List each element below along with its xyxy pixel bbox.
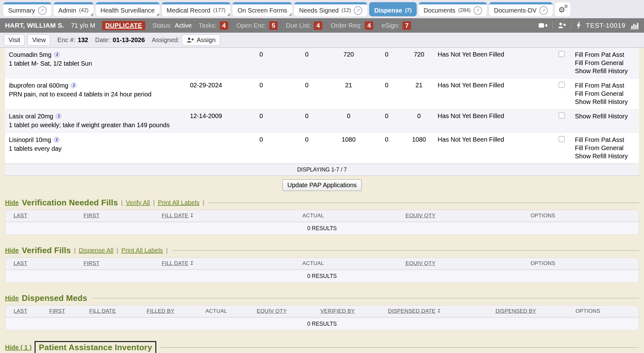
hide-link[interactable]: Hide ( 1 ) xyxy=(5,344,31,351)
info-icon[interactable]: i xyxy=(71,83,76,88)
counter-tasks: Tasks:4 xyxy=(199,21,228,30)
qty-cell: 21 xyxy=(327,81,370,89)
tab-medical-record[interactable]: Medical Record(177) xyxy=(162,2,231,16)
tab-admin[interactable]: Admin(42) xyxy=(53,2,94,16)
column-options: OPTIONS xyxy=(575,308,639,314)
medications-table: Coumadin 5mgi1 tablet M- Sat, 1/2 tablet… xyxy=(5,48,639,176)
column-label[interactable]: LAST xyxy=(14,260,27,266)
hide-link[interactable]: Hide xyxy=(5,247,19,254)
column-options: OPTIONS xyxy=(530,213,639,219)
column-label[interactable]: VERIFIED BY xyxy=(320,308,355,314)
tab-documents-dv[interactable]: Documents-DV↗ xyxy=(489,2,553,16)
results-row: 0 RESULTS xyxy=(5,270,639,282)
update-pap-applications-button[interactable]: Update PAP Applications xyxy=(282,179,362,191)
action-print-all-labels[interactable]: Print All Labels xyxy=(158,199,199,206)
tab-dispense[interactable]: Dispense(7) xyxy=(369,2,417,16)
column-label[interactable]: FIRST xyxy=(84,260,100,266)
fill-status-cell: Has Not Yet Been Filled xyxy=(435,135,549,143)
row-checkbox[interactable] xyxy=(558,112,565,119)
divider xyxy=(571,21,571,30)
option-link-fill-from-general[interactable]: Fill From General xyxy=(575,144,639,152)
medication-name: Lasix oral 20mg xyxy=(9,113,53,120)
external-link-icon[interactable]: ↗ xyxy=(354,6,362,15)
enc-number-label: Enc #: xyxy=(57,36,75,44)
lightning-icon[interactable] xyxy=(576,21,581,30)
column-label[interactable]: DISPENSED DATE xyxy=(388,308,436,314)
row-checkbox[interactable] xyxy=(558,136,565,142)
option-link-fill-from-pat-asst[interactable]: Fill From Pat Asst xyxy=(575,136,639,144)
counter-badge[interactable]: 7 xyxy=(402,21,411,30)
column-label[interactable]: DISPENSED BY xyxy=(496,308,536,314)
column-first: FIRST xyxy=(84,260,162,267)
counter-badge[interactable]: 4 xyxy=(365,21,373,30)
option-link-fill-from-general[interactable]: Fill From General xyxy=(575,90,639,98)
settings-button[interactable]: ⚙ ⚙ xyxy=(555,2,570,16)
medication-row: Lasix oral 20mgi1 tablet po weekly; take… xyxy=(5,109,639,133)
column-label[interactable]: EQUIV QTY xyxy=(257,308,286,314)
tab-label: Documents xyxy=(424,7,455,14)
external-link-icon[interactable]: ↗ xyxy=(539,6,548,15)
external-link-icon[interactable]: ↗ xyxy=(474,6,482,15)
action-print-all-labels[interactable]: Print All Labels xyxy=(121,247,163,254)
patient-bar-actions: TEST-10019 xyxy=(538,21,639,30)
column-label[interactable]: FILLED BY xyxy=(147,308,175,314)
tab-needs-signed[interactable]: Needs Signed(12)↗ xyxy=(294,2,367,16)
tab-summary[interactable]: Summary↗ xyxy=(3,2,52,16)
column-label[interactable]: FIRST xyxy=(49,308,65,314)
tab-on-screen-forms[interactable]: On Screen Forms xyxy=(232,2,292,16)
column-label[interactable]: EQUIV QTY xyxy=(406,213,436,219)
section-heading: Patient Assistance Inventory xyxy=(35,341,156,353)
bar-chart-icon[interactable] xyxy=(630,22,639,29)
column-header-row: LASTFIRSTFILL DATE↧ACTUALEQUIV QTYOPTION… xyxy=(5,258,639,270)
visit-button[interactable]: Visit xyxy=(4,34,25,46)
counter-badge[interactable]: 4 xyxy=(314,21,322,30)
column-equiv-qty: EQUIV QTY xyxy=(406,213,531,219)
fill-date-cell xyxy=(176,50,236,51)
column-label[interactable]: FILL DATE xyxy=(162,260,188,266)
info-icon[interactable]: i xyxy=(54,52,60,57)
option-link-fill-from-pat-asst[interactable]: Fill From Pat Asst xyxy=(575,81,639,90)
action-dispense-all[interactable]: Dispense All xyxy=(79,247,114,254)
checkbox-cell xyxy=(549,112,575,119)
tab-documents[interactable]: Documents(284)↗ xyxy=(419,2,487,16)
column-label[interactable]: LAST xyxy=(14,213,27,219)
action-verify-all[interactable]: Verify All xyxy=(126,199,150,206)
qty-cell: 0 xyxy=(286,135,327,143)
add-person-icon[interactable] xyxy=(558,22,566,29)
counter-label: Due List: xyxy=(286,22,311,29)
column-label[interactable]: FILL DATE xyxy=(162,213,188,219)
view-button[interactable]: View xyxy=(27,34,50,46)
column-dispensed-date: DISPENSED DATE↧ xyxy=(388,308,496,314)
counter-badge[interactable]: 5 xyxy=(269,21,278,30)
option-link-show-refill-history[interactable]: Show Refill History xyxy=(575,152,639,160)
option-link-show-refill-history[interactable]: Show Refill History xyxy=(575,98,639,106)
separator: | xyxy=(117,247,118,254)
column-label[interactable]: FIRST xyxy=(84,213,100,219)
video-camera-icon[interactable] xyxy=(538,22,548,29)
info-icon[interactable]: i xyxy=(54,137,59,143)
counter-due-list: Due List:4 xyxy=(286,21,322,30)
tab-health-surveillance[interactable]: Health Surveillance xyxy=(96,2,160,16)
section-title-row: Hide ( 1 )Patient Assistance Inventory xyxy=(5,341,639,353)
row-checkbox[interactable] xyxy=(558,82,565,88)
medication-name-cell: ibuprofen oral 600mgiPRN pain, not to ex… xyxy=(5,81,176,99)
column-label: OPTIONS xyxy=(530,213,555,219)
assign-button[interactable]: Assign xyxy=(182,34,220,46)
row-checkbox[interactable] xyxy=(558,51,565,57)
hide-link[interactable]: Hide xyxy=(5,199,19,206)
option-link-show-refill-history[interactable]: Show Refill History xyxy=(575,67,639,75)
column-label[interactable]: EQUIV QTY xyxy=(406,260,436,266)
column-label[interactable]: LAST xyxy=(14,308,27,314)
counter-badge[interactable]: 4 xyxy=(220,21,228,30)
info-icon[interactable]: i xyxy=(56,113,61,119)
duplicate-badge[interactable]: DUPLICATE xyxy=(102,21,145,30)
option-link-fill-from-general[interactable]: Fill From General xyxy=(575,59,639,67)
tab-count-badge: (42) xyxy=(79,7,88,14)
external-link-icon[interactable]: ↗ xyxy=(38,6,47,15)
hide-link[interactable]: Hide xyxy=(5,295,19,302)
column-actual: ACTUAL xyxy=(303,260,406,267)
option-link-fill-from-pat-asst[interactable]: Fill From Pat Asst xyxy=(575,51,639,59)
column-last: LAST xyxy=(14,260,84,267)
option-link-show-refill-history[interactable]: Show Refill History xyxy=(575,112,639,120)
column-label[interactable]: FILL DATE xyxy=(89,308,116,314)
